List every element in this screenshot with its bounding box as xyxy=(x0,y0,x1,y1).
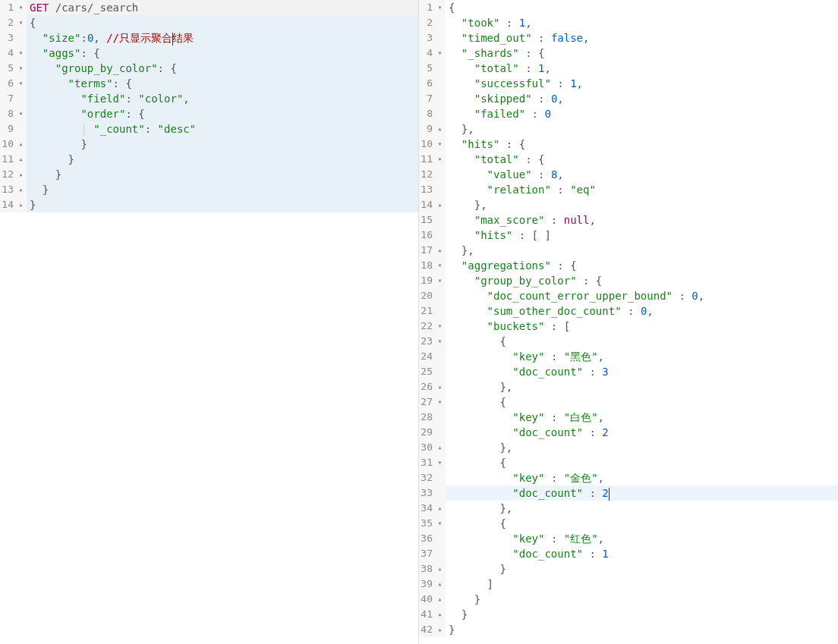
fold-toggle-icon[interactable]: ▾ xyxy=(434,516,446,531)
code-line[interactable]: 8▾ "order": { xyxy=(0,106,418,121)
fold-toggle-icon[interactable]: ▾ xyxy=(434,273,446,288)
fold-toggle-icon[interactable]: ▾ xyxy=(15,61,27,76)
code-line[interactable]: 8 "failed" : 0 xyxy=(419,106,838,121)
fold-toggle-icon[interactable]: ▾ xyxy=(15,15,27,30)
code-content[interactable]: "total" : 1, xyxy=(446,61,838,76)
code-line[interactable]: 25 "doc_count" : 3 xyxy=(419,364,838,379)
code-content[interactable]: "terms": { xyxy=(27,76,418,91)
code-content[interactable]: "hits" : [ ] xyxy=(446,228,838,243)
code-content[interactable]: { xyxy=(27,15,418,30)
code-content[interactable]: "group_by_color" : { xyxy=(446,273,838,288)
code-content[interactable]: }, xyxy=(446,121,838,137)
code-content[interactable]: "doc_count" : 1 xyxy=(446,546,838,561)
code-line[interactable]: 38▴ } xyxy=(419,561,838,576)
code-content[interactable]: "aggs": { xyxy=(27,46,418,61)
code-content[interactable]: "aggregations" : { xyxy=(446,258,838,273)
code-line[interactable]: 15 "max_score" : null, xyxy=(419,212,838,228)
code-content[interactable]: "key" : "白色", xyxy=(446,410,838,425)
code-content[interactable]: "_shards" : { xyxy=(446,46,838,61)
code-line[interactable]: 36 "key" : "红色", xyxy=(419,531,838,546)
fold-toggle-icon[interactable]: ▾ xyxy=(434,334,446,349)
code-line[interactable]: 10▴ } xyxy=(0,137,418,152)
code-content[interactable]: "buckets" : [ xyxy=(446,319,838,334)
code-line[interactable]: 13▴ } xyxy=(0,182,418,197)
code-line[interactable]: 11▴ } xyxy=(0,152,418,167)
code-content[interactable]: } xyxy=(446,592,838,607)
code-content[interactable]: "field": "color", xyxy=(27,91,418,106)
code-content[interactable]: "doc_count" : 3 xyxy=(446,364,838,379)
code-content[interactable]: "sum_other_doc_count" : 0, xyxy=(446,303,838,319)
code-line[interactable]: 19▾ "group_by_color" : { xyxy=(419,273,838,288)
code-content[interactable]: "timed_out" : false, xyxy=(446,30,838,46)
code-line[interactable]: 2▾{ xyxy=(0,15,418,30)
fold-toggle-icon[interactable]: ▴ xyxy=(434,622,446,637)
fold-toggle-icon[interactable]: ▴ xyxy=(434,440,446,455)
code-content[interactable]: ] xyxy=(446,576,838,592)
code-line[interactable]: 41▴ } xyxy=(419,607,838,622)
code-line[interactable]: 32 "key" : "金色", xyxy=(419,470,838,485)
code-content[interactable]: } xyxy=(27,152,418,167)
code-line[interactable]: 9▴ }, xyxy=(419,121,838,137)
code-content[interactable]: "total" : { xyxy=(446,152,838,167)
fold-toggle-icon[interactable]: ▴ xyxy=(15,167,27,182)
code-content[interactable]: | "_count": "desc" xyxy=(27,121,418,137)
code-content[interactable]: "key" : "金色", xyxy=(446,470,838,485)
code-line[interactable]: 22▾ "buckets" : [ xyxy=(419,319,838,334)
fold-toggle-icon[interactable]: ▴ xyxy=(434,561,446,576)
response-lines[interactable]: 1▾{2 "took" : 1,3 "timed_out" : false,4▾… xyxy=(419,0,838,637)
request-lines[interactable]: 1▾GET /cars/_search2▾{3 "size":0, //只显示聚… xyxy=(0,0,418,212)
code-line[interactable]: 24 "key" : "黑色", xyxy=(419,349,838,364)
code-line[interactable]: 5▾ "group_by_color": { xyxy=(0,61,418,76)
code-content[interactable]: "key" : "黑色", xyxy=(446,349,838,364)
fold-toggle-icon[interactable]: ▾ xyxy=(15,0,27,15)
code-line[interactable]: 13 "relation" : "eq" xyxy=(419,182,838,197)
code-line[interactable]: 4▾ "aggs": { xyxy=(0,46,418,61)
fold-toggle-icon[interactable]: ▾ xyxy=(15,76,27,91)
code-line[interactable]: 29 "doc_count" : 2 xyxy=(419,425,838,440)
fold-toggle-icon[interactable]: ▾ xyxy=(434,152,446,167)
code-line[interactable]: 33 "doc_count" : 2​ xyxy=(419,485,838,501)
code-line[interactable]: 5 "total" : 1, xyxy=(419,61,838,76)
code-line[interactable]: 6▾ "terms": { xyxy=(0,76,418,91)
fold-toggle-icon[interactable]: ▴ xyxy=(434,592,446,607)
code-content[interactable]: { xyxy=(446,455,838,470)
code-content[interactable]: "doc_count" : 2 xyxy=(446,425,838,440)
code-line[interactable]: 6 "successful" : 1, xyxy=(419,76,838,91)
code-line[interactable]: 3 "timed_out" : false, xyxy=(419,30,838,46)
code-content[interactable]: } xyxy=(27,167,418,182)
code-line[interactable]: 28 "key" : "白色", xyxy=(419,410,838,425)
fold-toggle-icon[interactable]: ▴ xyxy=(434,197,446,212)
fold-toggle-icon[interactable]: ▾ xyxy=(434,455,446,470)
code-line[interactable]: 4▾ "_shards" : { xyxy=(419,46,838,61)
response-viewer[interactable]: ⋮ 1▾{2 "took" : 1,3 "timed_out" : false,… xyxy=(419,0,838,644)
code-line[interactable]: 12▴ } xyxy=(0,167,418,182)
fold-toggle-icon[interactable]: ▴ xyxy=(434,379,446,394)
fold-toggle-icon[interactable]: ▴ xyxy=(15,137,27,152)
fold-toggle-icon[interactable]: ▾ xyxy=(434,0,446,15)
code-content[interactable]: { xyxy=(446,394,838,410)
code-content[interactable]: } xyxy=(446,561,838,576)
code-content[interactable]: "group_by_color": { xyxy=(27,61,418,76)
fold-toggle-icon[interactable]: ▴ xyxy=(15,182,27,197)
code-line[interactable]: 30▴ }, xyxy=(419,440,838,455)
code-content[interactable]: GET /cars/_search xyxy=(27,0,418,15)
code-line[interactable]: 39▴ ] xyxy=(419,576,838,592)
fold-toggle-icon[interactable]: ▾ xyxy=(434,319,446,334)
code-content[interactable]: } xyxy=(27,137,418,152)
code-content[interactable]: }, xyxy=(446,440,838,455)
code-content[interactable]: } xyxy=(27,197,418,212)
code-content[interactable]: } xyxy=(446,607,838,622)
code-line[interactable]: 7 "field": "color", xyxy=(0,91,418,106)
code-line[interactable]: 21 "sum_other_doc_count" : 0, xyxy=(419,303,838,319)
code-content[interactable]: "order": { xyxy=(27,106,418,121)
code-line[interactable]: 1▾{ xyxy=(419,0,838,15)
code-line[interactable]: 16 "hits" : [ ] xyxy=(419,228,838,243)
code-content[interactable]: }, xyxy=(446,197,838,212)
fold-toggle-icon[interactable]: ▴ xyxy=(15,152,27,167)
code-content[interactable]: "max_score" : null, xyxy=(446,212,838,228)
code-line[interactable]: 2 "took" : 1, xyxy=(419,15,838,30)
code-line[interactable]: 14▴} xyxy=(0,197,418,212)
code-line[interactable]: 3 "size":0, //只显示聚合​结果 xyxy=(0,30,418,46)
code-content[interactable]: { xyxy=(446,516,838,531)
fold-toggle-icon[interactable]: ▾ xyxy=(434,258,446,273)
